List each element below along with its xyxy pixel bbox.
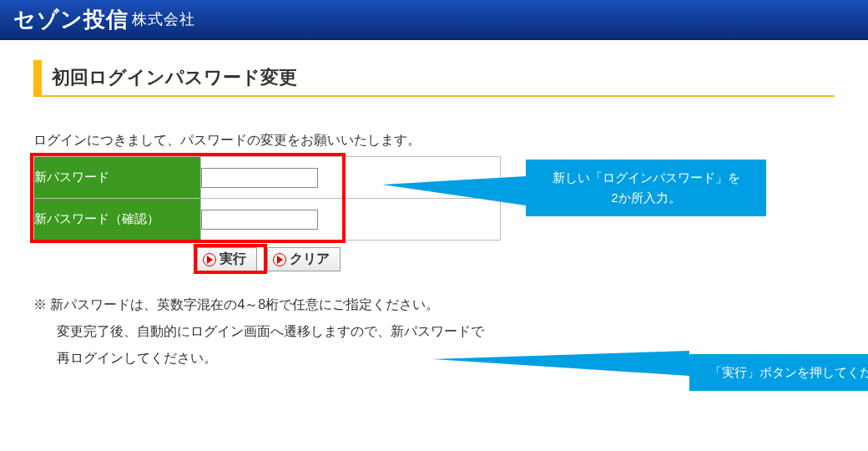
callout-triangle-icon bbox=[432, 351, 689, 376]
page-title: 初回ログインパスワード変更 bbox=[52, 65, 825, 90]
play-icon bbox=[203, 253, 216, 266]
callout-triangle-icon bbox=[382, 176, 526, 205]
confirm-password-label: 新パスワード（確認） bbox=[34, 199, 201, 241]
callout-password: 新しい「ログインパスワード」を 2か所入力。 bbox=[526, 160, 766, 216]
button-row: 実行 クリア 「実行」ボタンを押してください。 bbox=[197, 247, 835, 271]
logo-suffix: 株式会社 bbox=[132, 9, 195, 29]
intro-text: ログインにつきまして、パスワードの変更をお願いいたします。 bbox=[33, 132, 835, 149]
callout-line: 2か所入力。 bbox=[611, 190, 680, 205]
execute-button[interactable]: 実行 bbox=[197, 247, 257, 271]
content: 初回ログインパスワード変更 ログインにつきまして、パスワードの変更をお願いいたし… bbox=[0, 40, 868, 392]
header-bar: セゾン投信 株式会社 bbox=[0, 0, 868, 40]
note-line: ※ 新パスワードは、英数字混在の4～8桁で任意にご指定ください。 bbox=[33, 291, 835, 318]
form-wrap: 新パスワード 新パスワード（確認） 新しい「ログインパスワード」を 2か所入力。… bbox=[33, 156, 835, 271]
execute-button-label: 実行 bbox=[220, 251, 246, 268]
clear-button-label: クリア bbox=[290, 251, 330, 268]
clear-button[interactable]: クリア bbox=[267, 247, 341, 271]
callout-line: 新しい「ログインパスワード」を bbox=[553, 170, 740, 185]
new-password-label: 新パスワード bbox=[34, 157, 201, 199]
callout-execute: 「実行」ボタンを押してください。 bbox=[689, 354, 868, 391]
confirm-password-input[interactable] bbox=[201, 210, 318, 230]
page-title-wrap: 初回ログインパスワード変更 bbox=[33, 60, 835, 97]
new-password-input[interactable] bbox=[201, 168, 318, 188]
play-icon bbox=[273, 253, 286, 266]
note-line: 変更完了後、自動的にログイン画面へ遷移しますので、新パスワードで bbox=[33, 318, 835, 345]
logo-main: セゾン投信 bbox=[13, 5, 129, 34]
